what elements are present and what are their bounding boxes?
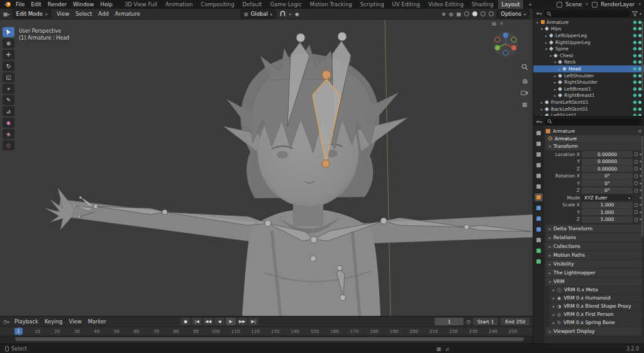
workspace-tab-shading[interactable]: Shading: [468, 0, 498, 9]
next-keyframe-button[interactable]: ▶▶: [237, 318, 247, 325]
playback-sync-icon[interactable]: ◷: [466, 319, 470, 325]
play-reverse-button[interactable]: ◀: [214, 318, 225, 325]
lock-icon[interactable]: [635, 218, 638, 221]
proportional-editing-icon[interactable]: ◉: [295, 11, 299, 17]
disclosure-closed-icon[interactable]: ▸: [543, 40, 549, 45]
3d-viewport[interactable]: User Perspective (1) Armature : Head ⊕✛↻…: [0, 20, 533, 316]
menubar-help[interactable]: Help: [97, 1, 115, 8]
shading-solid-icon[interactable]: [472, 11, 477, 16]
viewport-menu-armature[interactable]: Armature: [112, 11, 143, 17]
snap-magnet-icon[interactable]: [280, 11, 286, 18]
timeline-scrollbar[interactable]: [0, 335, 533, 344]
workspace-tab-animation[interactable]: Animation: [162, 0, 197, 9]
prev-keyframe-button[interactable]: ◀◀: [203, 318, 213, 325]
disclosure-closed-icon[interactable]: ▸: [552, 87, 558, 91]
zoom-icon[interactable]: [521, 64, 528, 72]
scene-selector[interactable]: Scene: [565, 1, 582, 8]
timeline-scrollbar-thumb[interactable]: [15, 337, 524, 341]
bone-data-icon[interactable]: [633, 40, 637, 45]
jump-to-end-button[interactable]: ▶|: [248, 318, 258, 325]
orientation-dropdown[interactable]: ◍ Global ▾: [240, 9, 276, 18]
workspace-tab-uv-editing[interactable]: UV Editing: [389, 0, 425, 9]
outliner-row-rightbreast1[interactable]: ▸RightBreast1: [533, 92, 644, 99]
properties-tab-object[interactable]: [535, 193, 543, 201]
outliner-scrollbar[interactable]: [641, 21, 643, 91]
outliner-row-rightupperleg[interactable]: ▸RightUpperLeg: [533, 39, 644, 46]
workspace-tab-3d-view-full[interactable]: 3D View Full: [121, 0, 162, 9]
options-dropdown[interactable]: Options ▾: [497, 9, 530, 18]
gizmo-y-axis[interactable]: [495, 45, 500, 50]
workspace-tab-video-editing[interactable]: Video Editing: [425, 0, 468, 9]
value-field-4[interactable]: 0°: [582, 180, 633, 186]
bone-data-icon[interactable]: [633, 74, 637, 78]
properties-tab-object-data[interactable]: [535, 247, 543, 255]
outliner-row-hips[interactable]: ▾Hips: [533, 26, 644, 33]
play-button[interactable]: ▶: [226, 318, 236, 325]
view-layer-unlink-icon[interactable]: ✕: [638, 2, 641, 7]
value-field-5[interactable]: 0°: [582, 188, 633, 194]
viewport-menu-select[interactable]: Select: [72, 11, 95, 17]
end-frame-field[interactable]: End 250: [501, 318, 530, 325]
disclosure-open-icon[interactable]: ▾: [539, 26, 545, 31]
section-delta-transform[interactable]: ▸Delta Transform: [546, 225, 641, 233]
value-field-2[interactable]: 0.00000: [582, 165, 633, 172]
properties-tab-render[interactable]: [535, 140, 543, 148]
add-workspace-button[interactable]: +: [524, 0, 536, 9]
bone-data-icon[interactable]: [633, 80, 637, 84]
properties-tab-world[interactable]: [535, 182, 543, 191]
bone-data-icon[interactable]: [633, 106, 637, 111]
tool-scale[interactable]: ◱: [3, 72, 14, 82]
breadcrumb-object-name[interactable]: Armature: [553, 128, 575, 134]
tool-cursor[interactable]: ⊕: [3, 38, 14, 48]
menubar-edit[interactable]: Edit: [28, 1, 44, 8]
bone-data-icon[interactable]: [633, 87, 637, 91]
lock-icon[interactable]: [635, 152, 638, 156]
properties-tab-view-layer[interactable]: [535, 161, 543, 169]
bone-data-icon[interactable]: [633, 113, 637, 116]
outliner-row-leftshoulder[interactable]: ▸LeftShoulder: [533, 72, 644, 79]
filter-funnel-icon[interactable]: [632, 11, 638, 16]
gizmo-z-axis[interactable]: [503, 33, 508, 38]
properties-tab-tool[interactable]: [535, 129, 543, 137]
disclosure-closed-icon[interactable]: ▸: [552, 74, 558, 78]
properties-tab-physics[interactable]: [535, 225, 543, 233]
outliner-row-leftupperleg[interactable]: ▸LeftUpperLeg: [533, 32, 644, 39]
workspace-tab-scripting[interactable]: Scripting: [357, 0, 389, 9]
workspace-tab-layout[interactable]: Layout: [498, 0, 525, 9]
lock-icon[interactable]: [635, 174, 638, 178]
lock-icon[interactable]: [635, 189, 638, 193]
value-field-3[interactable]: 0°: [582, 173, 633, 179]
bone-data-icon[interactable]: [633, 93, 637, 98]
disclosure-open-icon[interactable]: ▾: [552, 60, 558, 64]
section-vrm-0-x-blend-shape-proxy[interactable]: ▸◑VRM 0.x Blend Shape Proxy: [550, 303, 641, 310]
bone-data-icon[interactable]: [633, 20, 637, 25]
section-the-lightmapper[interactable]: ▸The Lightmapper: [546, 269, 641, 277]
blender-logo-icon[interactable]: [3, 0, 13, 9]
timeline-editor-icon[interactable]: ◷▾: [3, 319, 9, 325]
value-field-9[interactable]: 1.000: [582, 216, 633, 223]
viewport-menu-view[interactable]: View: [53, 11, 72, 17]
pin-icon[interactable]: [638, 130, 641, 133]
tool-rotate[interactable]: ↻: [3, 61, 14, 71]
outliner-editor-icon[interactable]: ≡▾: [536, 11, 542, 16]
properties-scrollbar[interactable]: [641, 136, 643, 237]
lock-icon[interactable]: [635, 160, 638, 164]
properties-editor-icon[interactable]: ≡▾: [536, 119, 542, 125]
navigation-gizmo[interactable]: [492, 31, 519, 57]
bone-data-icon[interactable]: [633, 60, 637, 64]
properties-tab-constraints[interactable]: [535, 236, 543, 244]
lock-icon[interactable]: [635, 210, 638, 214]
outliner-row-armature[interactable]: ▾Armature: [533, 19, 644, 26]
shading-material-icon[interactable]: [480, 11, 486, 16]
editor-type-icon[interactable]: ▦▾: [3, 11, 10, 17]
tool-transform[interactable]: ⌖: [3, 84, 14, 94]
outliner-row-frontleftskirt01[interactable]: ▸FrontLeftSkirt01: [533, 99, 644, 106]
outliner-row-head[interactable]: ▸Head: [533, 65, 644, 72]
grid-toggle-icon[interactable]: ▦: [522, 102, 528, 108]
tool-move[interactable]: ✛: [3, 50, 14, 60]
timeline-menu-keying[interactable]: Keying: [42, 318, 66, 325]
outliner-search-field[interactable]: [544, 10, 630, 17]
properties-tab-bone[interactable]: [535, 257, 543, 266]
section-vrm-0-x-first-person[interactable]: ▸◎VRM 0.x First Person: [550, 311, 641, 318]
workspace-tab-game-logic[interactable]: Game Logic: [267, 0, 306, 9]
